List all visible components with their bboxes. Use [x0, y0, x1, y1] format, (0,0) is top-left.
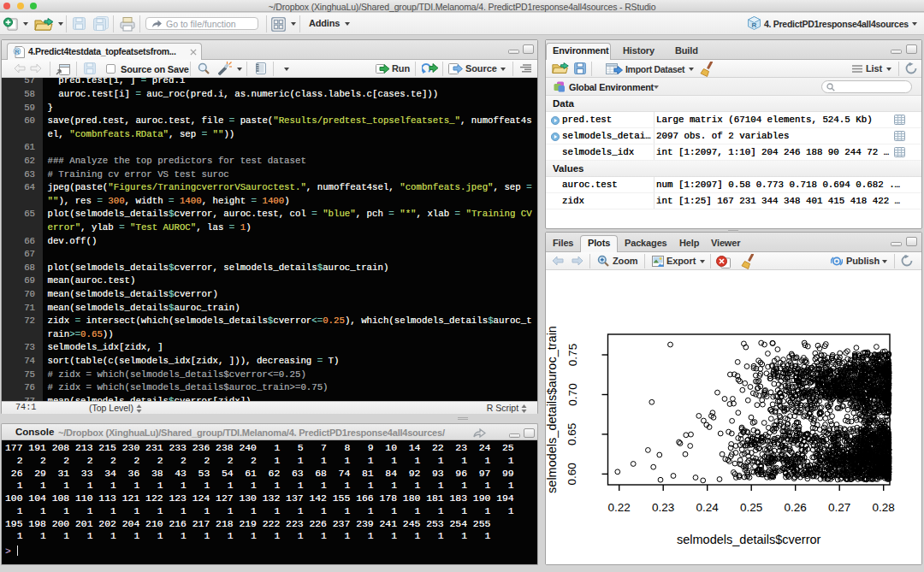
svg-text:selmodels_details$cverror: selmodels_details$cverror: [677, 533, 821, 546]
svg-text:0.23: 0.23: [652, 501, 674, 514]
svg-text:0.28: 0.28: [873, 501, 895, 514]
svg-text:R: R: [15, 48, 20, 56]
svg-text:0.24: 0.24: [696, 501, 720, 514]
svg-text:0.22: 0.22: [608, 501, 631, 514]
svg-text:0.26: 0.26: [785, 501, 807, 514]
svg-text:0.65: 0.65: [566, 423, 579, 445]
svg-text:0.70: 0.70: [566, 383, 579, 405]
svg-text:0.25: 0.25: [740, 501, 762, 514]
svg-text:0.75: 0.75: [566, 344, 579, 366]
svg-text:0.60: 0.60: [566, 463, 579, 485]
svg-text:0.27: 0.27: [828, 501, 850, 514]
svg-text:selmodels_details$auroc_train: selmodels_details$auroc_train: [546, 326, 559, 493]
svg-text:R: R: [752, 21, 757, 29]
